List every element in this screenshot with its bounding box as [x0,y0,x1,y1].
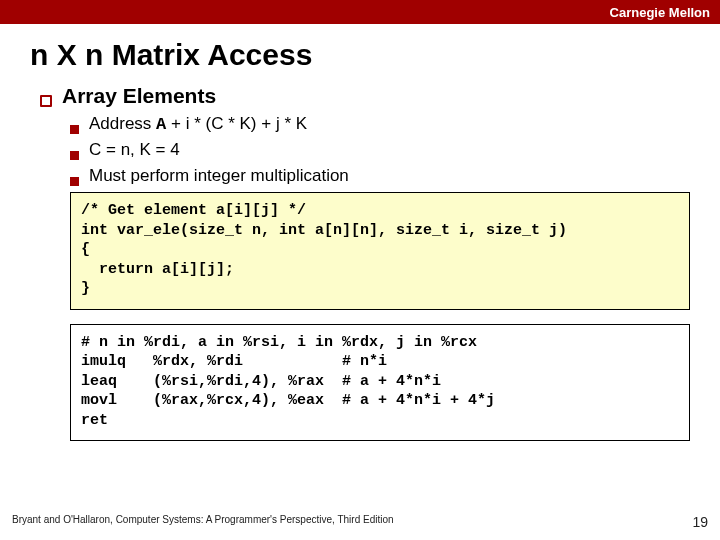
solid-square-icon [70,125,79,134]
content-area: Array Elements Address A + i * (C * K) +… [0,84,720,441]
code-block-asm: # n in %rdi, a in %rsi, i in %rdx, j in … [70,324,690,442]
solid-square-icon [70,177,79,186]
footer: Bryant and O'Hallaron, Computer Systems:… [12,514,708,530]
code-inline: A [156,115,166,134]
solid-square-icon [70,151,79,160]
code-block-c: /* Get element a[i][j] */ int var_ele(si… [70,192,690,310]
bullet-item: Must perform integer multiplication [70,166,690,186]
sub-bullets: Address A + i * (C * K) + j * K C = n, K… [40,114,690,186]
footer-citation: Bryant and O'Hallaron, Computer Systems:… [12,514,394,530]
page-number: 19 [692,514,708,530]
bullet-text: C = n, K = 4 [89,140,180,160]
bullet-text: Address A + i * (C * K) + j * K [89,114,307,134]
section-row: Array Elements [40,84,690,108]
bullet-item: Address A + i * (C * K) + j * K [70,114,690,134]
section-heading: Array Elements [62,84,216,108]
brand-label: Carnegie Mellon [610,5,710,20]
bullet-text: Must perform integer multiplication [89,166,349,186]
slide: Carnegie Mellon n X n Matrix Access Arra… [0,0,720,540]
hollow-square-icon [40,95,52,107]
bullet-item: C = n, K = 4 [70,140,690,160]
slide-title: n X n Matrix Access [0,24,720,80]
brand-bar: Carnegie Mellon [0,0,720,24]
